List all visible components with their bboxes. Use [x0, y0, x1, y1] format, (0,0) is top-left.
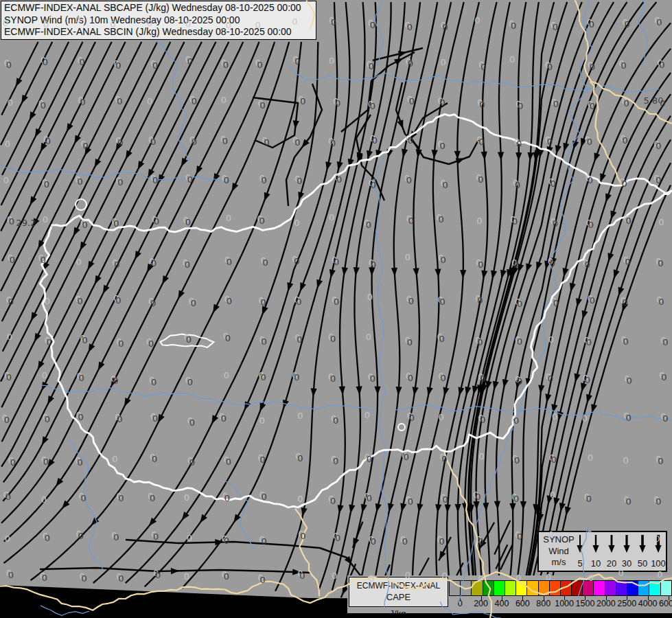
svg-text:0: 0: [76, 257, 81, 267]
svg-text:0: 0: [330, 334, 336, 344]
svg-text:0: 0: [476, 216, 482, 226]
svg-text:0: 0: [189, 417, 195, 428]
svg-text:0: 0: [226, 213, 231, 223]
svg-text:0: 0: [3, 175, 9, 185]
svg-text:0: 0: [473, 490, 478, 500]
svg-text:0: 0: [622, 297, 627, 308]
svg-text:0: 0: [437, 139, 443, 149]
svg-text:0: 0: [370, 374, 375, 384]
svg-text:0: 0: [8, 570, 14, 580]
streamlines: [1, 2, 671, 598]
weather-map: ECMWF-INDEX-ANAL SBCAPE (J/kg) Wednesday…: [0, 0, 672, 618]
svg-text:0: 0: [221, 58, 227, 68]
svg-text:0: 0: [588, 453, 593, 463]
svg-text:0: 0: [515, 374, 520, 385]
svg-text:0: 0: [260, 297, 266, 308]
svg-text:0: 0: [513, 260, 519, 270]
svg-text:0: 0: [260, 372, 266, 382]
svg-text:0: 0: [551, 179, 556, 189]
svg-text:0: 0: [405, 335, 410, 345]
svg-text:0: 0: [478, 260, 483, 270]
svg-text:0: 0: [113, 58, 119, 69]
svg-text:20: 20: [607, 558, 616, 569]
svg-text:0: 0: [582, 413, 588, 424]
svg-text:0: 0: [478, 60, 484, 70]
svg-text:0: 0: [45, 136, 51, 146]
svg-text:0: 0: [77, 457, 82, 468]
svg-text:0: 0: [115, 412, 120, 422]
svg-text:0: 0: [656, 454, 661, 464]
svg-text:0: 0: [623, 411, 629, 421]
svg-text:0: 0: [224, 571, 229, 582]
svg-text:0: 0: [257, 214, 262, 224]
svg-text:0: 0: [183, 258, 188, 268]
svg-text:0: 0: [480, 374, 485, 384]
svg-text:0: 0: [187, 377, 193, 387]
svg-text:0: 0: [294, 372, 299, 382]
country-border: [40, 114, 671, 507]
svg-text:0: 0: [152, 454, 157, 464]
svg-text:0: 0: [588, 293, 593, 304]
svg-text:0: 0: [300, 96, 305, 106]
svg-text:0: 0: [438, 371, 443, 381]
svg-text:0: 0: [152, 413, 158, 424]
svg-text:0: 0: [406, 294, 412, 304]
svg-text:0: 0: [658, 258, 663, 268]
svg-text:0: 0: [442, 494, 448, 505]
svg-text:0: 0: [588, 175, 593, 185]
svg-text:0: 0: [45, 296, 50, 306]
svg-text:0: 0: [261, 336, 266, 347]
cape-legend-param: CAPE: [349, 592, 448, 602]
svg-text:0: 0: [259, 334, 264, 345]
svg-text:0: 0: [546, 371, 551, 382]
rivers: [0, 0, 672, 618]
svg-text:0: 0: [475, 492, 480, 502]
svg-text:0: 0: [4, 370, 10, 380]
svg-text:0: 0: [115, 175, 121, 185]
svg-text:0: 0: [407, 22, 413, 32]
svg-text:0: 0: [5, 492, 11, 502]
svg-text:0: 0: [553, 218, 558, 229]
svg-text:0: 0: [621, 96, 627, 106]
svg-text:0: 0: [553, 22, 558, 32]
svg-text:0: 0: [660, 335, 666, 345]
svg-text:0: 0: [477, 337, 483, 347]
wind-legend-source: SYNOP: [539, 534, 579, 546]
wind-arrow-10: 10: [591, 535, 601, 569]
svg-text:0: 0: [371, 536, 376, 547]
svg-text:0: 0: [78, 373, 84, 383]
svg-text:0: 0: [187, 174, 193, 185]
svg-text:0: 0: [623, 336, 628, 347]
cape-cell-4: [494, 581, 505, 595]
svg-text:0: 0: [81, 573, 86, 584]
svg-text:0: 0: [372, 135, 378, 146]
svg-text:0: 0: [296, 297, 301, 307]
svg-text:0: 0: [222, 173, 227, 183]
svg-text:0: 0: [42, 573, 47, 583]
cape-cell-10: [560, 581, 571, 595]
svg-text:0: 0: [155, 570, 161, 580]
svg-text:0: 0: [438, 253, 443, 263]
svg-text:0: 0: [264, 137, 269, 148]
svg-text:0: 0: [328, 136, 334, 146]
svg-text:0: 0: [623, 255, 628, 265]
svg-text:0: 0: [8, 297, 14, 307]
svg-text:0: 0: [257, 60, 262, 70]
lake-ferto: [76, 199, 86, 210]
svg-text:0: 0: [476, 258, 481, 268]
svg-text:0: 0: [328, 494, 334, 504]
svg-text:0: 0: [297, 569, 303, 579]
svg-text:0: 0: [187, 455, 193, 466]
svg-text:0: 0: [515, 297, 520, 307]
svg-text:0: 0: [408, 135, 413, 146]
svg-text:0: 0: [440, 255, 445, 265]
cape-cell-14: [605, 581, 616, 595]
title-sbcape: ECMWF-INDEX-ANAL SBCAPE (J/kg) Wednesday…: [4, 2, 313, 14]
svg-text:0: 0: [478, 174, 483, 185]
svg-text:0: 0: [586, 337, 592, 347]
svg-text:0: 0: [258, 295, 264, 306]
cape-cell-15: [616, 581, 627, 595]
svg-text:0: 0: [151, 377, 157, 387]
svg-text:0: 0: [584, 335, 590, 345]
svg-text:0: 0: [653, 139, 659, 149]
